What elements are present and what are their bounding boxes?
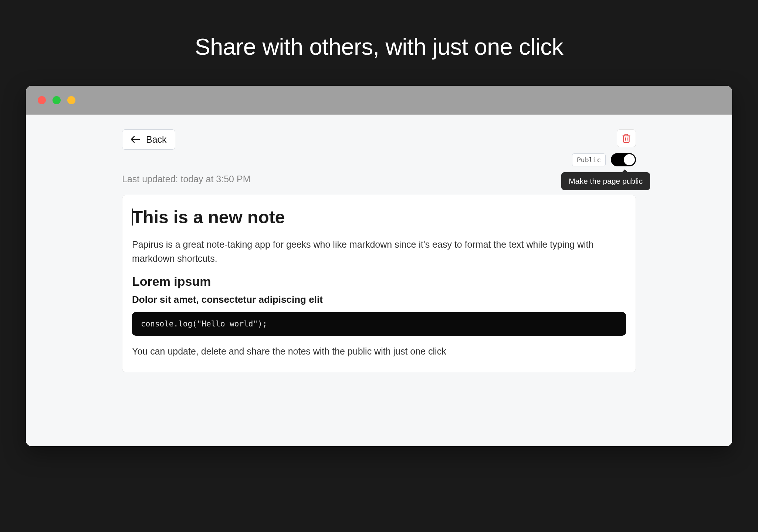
last-updated-text: Last updated: today at 3:50 PM — [122, 174, 250, 184]
public-badge: Public — [572, 153, 606, 166]
minimize-window-button[interactable] — [53, 96, 61, 104]
note-paragraph-1[interactable]: Papirus is a great note-taking app for g… — [132, 238, 626, 265]
page-heading: Share with others, with just one click — [195, 33, 563, 60]
tooltip: Make the page public — [561, 172, 650, 190]
trash-icon — [622, 133, 631, 143]
back-button-label: Back — [146, 134, 167, 145]
public-toggle-row: Public Make the page public — [572, 153, 636, 166]
window-titlebar — [26, 86, 732, 115]
note-heading-3[interactable]: Dolor sit amet, consectetur adipiscing e… — [132, 294, 626, 305]
maximize-window-button[interactable] — [67, 96, 75, 104]
content-area: Back Public Ma — [26, 115, 732, 446]
back-button[interactable]: Back — [122, 129, 175, 150]
note-title[interactable]: This is a new note — [132, 207, 626, 227]
note-heading-2[interactable]: Lorem ipsum — [132, 274, 626, 289]
toolbar-right: Public Make the page public — [572, 129, 636, 166]
note-card[interactable]: This is a new note Papirus is a great no… — [122, 195, 636, 372]
toggle-knob — [624, 154, 635, 165]
arrow-left-icon — [131, 135, 140, 145]
text-cursor — [132, 209, 133, 226]
note-paragraph-2[interactable]: You can update, delete and share the not… — [132, 345, 626, 359]
code-block[interactable]: console.log("Hello world"); — [132, 312, 626, 336]
app-window: Back Public Ma — [26, 86, 732, 446]
delete-button[interactable] — [617, 129, 636, 147]
toolbar: Back Public Ma — [122, 129, 636, 166]
close-window-button[interactable] — [38, 96, 46, 104]
meta-row: Last updated: today at 3:50 PM — [122, 174, 636, 184]
public-toggle[interactable] — [611, 153, 636, 166]
